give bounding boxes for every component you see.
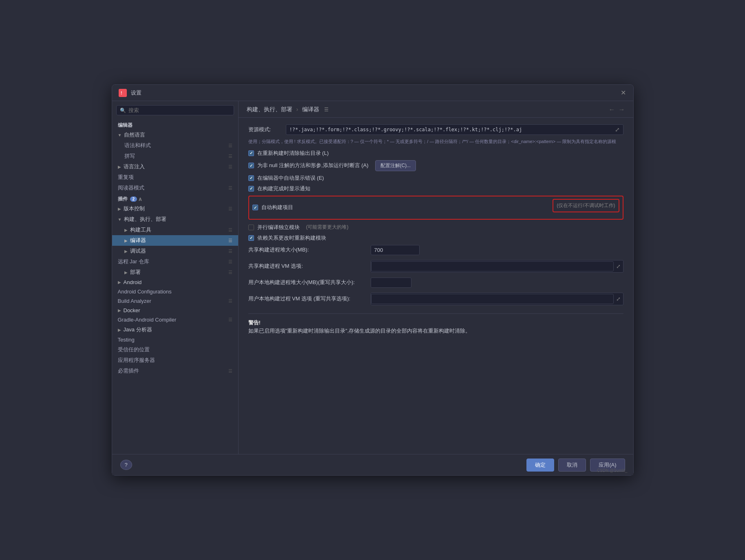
chevron-right-icon: ▶ xyxy=(124,249,128,254)
sidebar-item-testing[interactable]: Testing xyxy=(112,335,238,344)
sidebar-item-label: 版本控制 xyxy=(124,205,145,212)
main-content: 资源模式: ⤢ 使用；分隔模式，使用 ! 求反模式。已接受通配符：? — 仅一个… xyxy=(239,118,633,454)
sidebar-item-label: 受信任的位置 xyxy=(118,346,150,353)
warning-body: 如果已启用选项"重新构建时清除输出目录",存储生成源的目录的全部内容将在重新构建… xyxy=(248,328,471,334)
plugin-badge-lang: A xyxy=(139,197,142,202)
resource-mode-input[interactable] xyxy=(290,127,612,132)
close-button[interactable]: ✕ xyxy=(620,90,627,96)
sidebar-item-docker[interactable]: ▶ Docker xyxy=(112,306,238,315)
search-input[interactable] xyxy=(128,107,230,113)
check-label-show-notification: 在构建完成时显示通知 xyxy=(257,185,310,192)
sidebar-item-app-server[interactable]: 应用程序服务器 xyxy=(112,355,238,366)
field-shared-vm-wrap[interactable]: ⤢ xyxy=(371,260,623,273)
chevron-right-icon: ▶ xyxy=(118,328,121,332)
sidebar-item-java-profiler[interactable]: ▶ Java 分析器 xyxy=(112,324,238,335)
sidebar-item-label: Android Configurations xyxy=(118,289,172,295)
forward-button[interactable]: → xyxy=(619,106,625,113)
sidebar-item-required-plugins[interactable]: 必需插件 ☰ xyxy=(112,366,238,376)
breadcrumb-sep: › xyxy=(296,106,298,112)
field-shared-vm-input[interactable] xyxy=(371,261,614,271)
sidebar-item-label: 调试器 xyxy=(130,247,146,255)
sidebar-item-label: Android xyxy=(124,279,142,285)
sidebar-item-remote-jar[interactable]: 远程 Jar 仓库 ☰ xyxy=(112,256,238,267)
check-null-annotation: ✓ 为非 null 注解的方法和形参,添加运行时断言 (A) 配置注解(C)..… xyxy=(248,160,623,171)
field-local-vm-input[interactable] xyxy=(371,294,614,304)
breadcrumb: 构建、执行、部署 › 编译器 ☰ xyxy=(247,106,609,113)
checkbox-auto-show-errors[interactable]: ✓ xyxy=(248,175,254,181)
sidebar-item-trusted[interactable]: 受信任的位置 xyxy=(112,344,238,355)
back-button[interactable]: ← xyxy=(609,106,615,113)
sync-icon: ☰ xyxy=(228,185,232,191)
sidebar-item-gradle-android[interactable]: Gradle-Android Compiler ☰ xyxy=(112,315,238,324)
sidebar-item-duplicates[interactable]: 重复项 xyxy=(112,172,238,183)
expand-icon[interactable]: ⤢ xyxy=(615,126,620,133)
window-title: 设置 xyxy=(131,89,620,97)
sidebar-item-build[interactable]: ▼ 构建、执行、部署 xyxy=(112,214,238,225)
configure-annotation-button[interactable]: 配置注解(C)... xyxy=(375,160,416,171)
sync-icon: ☰ xyxy=(228,249,232,254)
chevron-right-icon: ▶ xyxy=(118,207,121,211)
watermark: CSDN @Sumlit_ xyxy=(597,468,628,473)
checkbox-rebuild-on-dep[interactable]: ✓ xyxy=(248,235,254,241)
expand-shared-vm-icon[interactable]: ⤢ xyxy=(614,262,623,271)
sidebar-item-android-conf[interactable]: Android Configurations xyxy=(112,287,238,296)
sidebar-item-vcs[interactable]: ▶ 版本控制 ☰ xyxy=(112,203,238,214)
check-clear-output: ✓ 在重新构建时清除输出目录 (L) xyxy=(248,150,623,157)
title-bar: ! 设置 ✕ xyxy=(112,85,633,101)
sync-icon: ☰ xyxy=(228,259,232,265)
chevron-down-icon: ▼ xyxy=(118,133,122,137)
field-local-heap-input[interactable] xyxy=(371,278,411,288)
sidebar-item-build-tools[interactable]: ▶ 构建工具 ☰ xyxy=(112,225,238,235)
sidebar-item-debugger[interactable]: ▶ 调试器 ☰ xyxy=(112,246,238,256)
field-label-local-heap: 用户本地构建进程堆大小(MB)(重写共享大小): xyxy=(248,279,371,286)
checkbox-auto-build[interactable]: ✓ xyxy=(252,205,258,210)
search-input-wrap[interactable]: 🔍 xyxy=(116,105,234,115)
sidebar-item-build-analyzer[interactable]: Build Analyzer ☰ xyxy=(112,296,238,306)
sidebar-item-spelling[interactable]: 拼写 ☰ xyxy=(112,151,238,161)
resource-mode-label: 资源模式: xyxy=(248,126,281,133)
sidebar-item-natural-lang[interactable]: ▼ 自然语言 xyxy=(112,130,238,140)
ok-button[interactable]: 确定 xyxy=(526,459,554,472)
sidebar-item-label: Build Analyzer xyxy=(118,298,151,304)
sidebar-item-compiler[interactable]: ▶ 编译器 ☰ xyxy=(112,235,238,246)
sidebar-item-lang-inject[interactable]: ▶ 语言注入 ☰ xyxy=(112,161,238,172)
sidebar-item-grammar[interactable]: 语法和样式 ☰ xyxy=(112,140,238,151)
sidebar-item-label: 语法和样式 xyxy=(124,142,151,149)
sidebar-item-label: 必需插件 xyxy=(118,367,139,375)
svg-text:!: ! xyxy=(121,91,122,95)
app-logo: ! xyxy=(119,89,127,97)
plugin-badge: 2 xyxy=(130,196,137,202)
help-button[interactable]: ? xyxy=(120,460,132,470)
field-shared-heap-input[interactable] xyxy=(371,245,420,255)
pin-icon[interactable]: ☰ xyxy=(324,107,329,112)
resource-input-wrap[interactable]: ⤢ xyxy=(286,124,623,135)
check-parallel-compile: 并行编译独立模块 (可能需要更大的堆) xyxy=(248,224,623,231)
sidebar-item-label: 重复项 xyxy=(118,174,134,181)
field-local-vm: 用户本地构建过程 VM 选项 (重写共享选项): ⤢ xyxy=(248,293,623,305)
sync-icon: ☰ xyxy=(228,206,232,212)
check-label-clear-output: 在重新构建时清除输出目录 (L) xyxy=(257,150,329,157)
field-local-heap: 用户本地构建进程堆大小(MB)(重写共享大小): xyxy=(248,278,623,288)
sidebar-item-label: 构建、执行、部署 xyxy=(124,216,166,223)
settings-window: ! 设置 ✕ 🔍 编辑器 ▼ 自然语言 语法 xyxy=(112,84,634,476)
sidebar-item-reader[interactable]: 阅读器模式 ☰ xyxy=(112,183,238,193)
chevron-down-icon: ▼ xyxy=(118,217,122,222)
checkbox-parallel-compile[interactable] xyxy=(248,225,254,230)
sidebar-item-android[interactable]: ▶ Android xyxy=(112,278,238,287)
chevron-right-icon: ▶ xyxy=(118,308,121,313)
checkbox-clear-output[interactable]: ✓ xyxy=(248,150,254,156)
sidebar-item-deploy[interactable]: ▶ 部署 ☰ xyxy=(112,267,238,278)
warning-text: 警告! 如果已启用选项"重新构建时清除输出目录",存储生成源的目录的全部内容将在… xyxy=(248,319,623,336)
checkbox-null-annotation[interactable]: ✓ xyxy=(248,163,254,168)
field-label-shared-heap: 共享构建进程堆大小(MB): xyxy=(248,246,371,254)
breadcrumb-part2: 编译器 xyxy=(302,106,319,112)
checkbox-show-notification[interactable]: ✓ xyxy=(248,186,254,192)
sync-icon: ☰ xyxy=(228,164,232,170)
sync-icon: ☰ xyxy=(228,317,232,322)
field-label-shared-vm: 共享构建进程 VM 选项: xyxy=(248,262,371,270)
cancel-button[interactable]: 取消 xyxy=(558,459,586,472)
sidebar-item-label: 编译器 xyxy=(130,237,146,244)
sidebar: 🔍 编辑器 ▼ 自然语言 语法和样式 ☰ 拼写 ☰ xyxy=(112,101,239,454)
field-local-vm-wrap[interactable]: ⤢ xyxy=(371,293,623,305)
expand-local-vm-icon[interactable]: ⤢ xyxy=(614,294,623,304)
